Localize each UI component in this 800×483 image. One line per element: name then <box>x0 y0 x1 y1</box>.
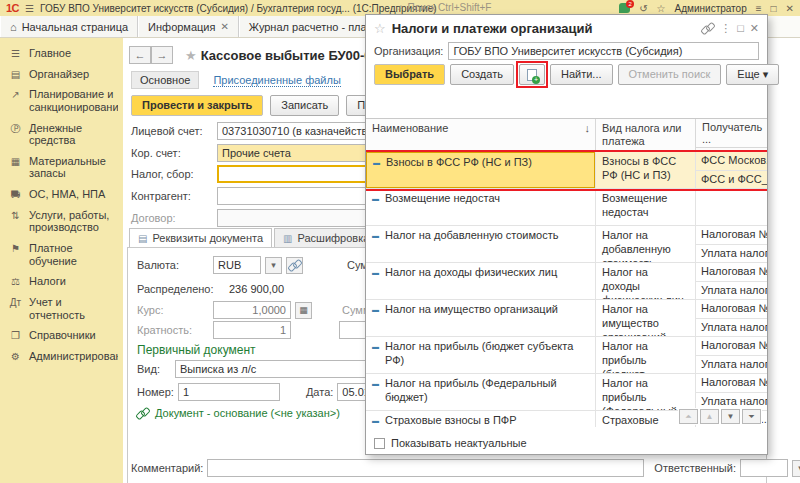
show-inactive-checkbox[interactable] <box>374 438 385 449</box>
table-header: Наименование↓ Вид налога или платежа Пол… <box>366 119 767 152</box>
hamburger-icon[interactable]: ☰ <box>25 3 34 14</box>
sidebar-item[interactable]: ⛟ОС, НМА, НПА <box>0 184 118 205</box>
table-row[interactable]: ▬Налог на прибыль (бюджет субъекта РФ)На… <box>366 337 767 374</box>
save-button[interactable]: Записать <box>270 95 339 116</box>
responsible-input[interactable] <box>740 459 788 477</box>
kind-label: Вид: <box>137 363 171 375</box>
sidebar-item[interactable]: ▤Органайзер <box>0 64 118 85</box>
create-button[interactable]: Создать <box>450 64 514 85</box>
sidebar-item-label: Администрирование <box>29 350 118 363</box>
chevron-down-icon[interactable]: ▾ <box>792 460 800 477</box>
scroll-top-button[interactable]: ⏶ <box>679 409 698 424</box>
tax-type: Налог на прибыль (Федеральный ... <box>595 374 695 410</box>
chevron-down-icon[interactable]: ▾ <box>265 257 282 274</box>
notifications-icon[interactable]: 2 <box>619 3 630 13</box>
scroll-down-button[interactable]: ▼ <box>721 409 740 424</box>
forward-button[interactable]: → <box>151 46 173 64</box>
close-dialog-icon[interactable]: ✕ <box>750 22 759 35</box>
global-search[interactable]: ⌕ Поиск Ctrl+Shift+F <box>398 1 491 13</box>
cancel-search-button[interactable]: Отменить поиск <box>618 64 722 85</box>
recipient-account: Уплата налог... <box>696 318 767 337</box>
sidebar-item[interactable]: ↗Планирование и санкционирование <box>0 84 118 117</box>
table-row[interactable]: ▬Налог на прибыль (Федеральный бюджет)На… <box>366 374 767 411</box>
tab-document-details[interactable]: ▤Реквизиты документа <box>129 228 272 248</box>
search-icon: ⌕ <box>398 1 404 13</box>
app-window: 1С ☰ ГОБУ ВПО Университет искусств (Субс… <box>0 0 800 483</box>
table-nav-buttons: ⏶ ▲ ▼ ⏷ <box>678 408 762 425</box>
multiplicity-input[interactable]: 1 <box>213 321 291 339</box>
organizer-icon: ▤ <box>9 68 22 81</box>
user-name[interactable]: Администратор <box>675 3 747 14</box>
rate-input[interactable]: 1,0000 <box>213 301 291 319</box>
organization-input[interactable]: ГОБУ ВПО Университет искусств (Субсидия) <box>448 42 759 60</box>
find-button[interactable]: Найти... <box>550 64 613 85</box>
get-link-icon[interactable] <box>702 23 714 33</box>
base-document-link[interactable]: Документ - основание (<не указан>) <box>155 407 340 419</box>
tax-type: Налог на прибыль (бюджет субъекта РФ) <box>595 337 695 373</box>
currency-input[interactable]: RUB <box>213 256 261 274</box>
column-recipient[interactable]: Получатель ... <box>696 119 767 147</box>
sidebar-item[interactable]: ⓅДенежные средства <box>0 118 118 151</box>
corr-account-label: Кор. счет: <box>131 147 213 159</box>
show-inactive-label: Показывать неактуальные <box>391 437 527 449</box>
scroll-up-button[interactable]: ▲ <box>700 409 719 424</box>
favorite-star-icon[interactable]: ☆ <box>374 21 386 36</box>
table-row[interactable]: ▬Налог на доходы физических лицНалог на … <box>366 263 767 300</box>
maximize-icon[interactable]: □ <box>737 22 744 34</box>
close-tab-icon[interactable]: ✕ <box>220 21 228 32</box>
sidebar-item[interactable]: ⚙Администрирование <box>0 346 118 367</box>
taxes-icon: ⚖ <box>9 275 22 288</box>
home-icon: ⌂ <box>10 21 17 33</box>
chain-icon <box>289 260 301 270</box>
sidebar-item[interactable]: ▦Материальные запасы <box>0 151 118 184</box>
tab-attached-files[interactable]: Присоединенные файлы <box>213 74 340 87</box>
more-button[interactable]: Еще ▾ <box>726 64 779 85</box>
catalogs-icon: ❐ <box>9 329 22 342</box>
primary-document-heading: Первичный документ <box>137 343 256 357</box>
maximize-icon[interactable]: □ <box>771 3 777 14</box>
scroll-bottom-button[interactable]: ⏷ <box>742 409 761 424</box>
post-and-close-button[interactable]: Провести и закрыть <box>131 95 263 116</box>
tax-label: Налог, сбор: <box>131 168 213 180</box>
table-row[interactable]: ▬Налог на добавленную стоимостьНалог на … <box>366 226 767 263</box>
more-menu-icon[interactable]: ⋮ <box>720 22 731 35</box>
number-label: Номер: <box>137 386 174 398</box>
sidebar-item[interactable]: ⚖Налоги <box>0 271 118 292</box>
number-input[interactable]: 1 <box>178 383 280 401</box>
dialog-title-bar: ☆ Налоги и платежи организаций ⋮ □ ✕ <box>366 15 767 41</box>
table-row[interactable]: ▬Возмещение недостачВозмещение недостач <box>366 189 767 226</box>
main-menu-icon[interactable]: ≡ <box>756 3 762 14</box>
tax-name: Возмещение недостач <box>385 192 500 206</box>
history-icon[interactable]: ↺ <box>639 3 647 14</box>
multiplicity-label: Кратность: <box>137 324 209 336</box>
tab-main[interactable]: Основное <box>131 71 199 89</box>
currency-link-button[interactable] <box>286 257 303 274</box>
favorite-star-icon[interactable]: ★ <box>185 48 197 63</box>
window-tab[interactable]: Информация✕ <box>138 16 239 37</box>
recipient-account: ФСС и ФСС_... <box>696 170 767 189</box>
back-button[interactable]: ← <box>129 46 151 64</box>
annotation-red-box <box>519 64 545 85</box>
window-tab[interactable]: ⌂Начальная страница <box>0 16 138 37</box>
comment-input[interactable] <box>207 459 644 477</box>
table-body: ▬Взносы в ФСС РФ (НС и ПЗ)Взносы в ФСС Р… <box>366 152 767 427</box>
recipient: Налоговая № 1 <box>696 263 767 281</box>
table-row[interactable]: ▬Взносы в ФСС РФ (НС и ПЗ)Взносы в ФСС Р… <box>366 152 767 189</box>
tab-label: Информация <box>148 21 215 33</box>
table-row[interactable]: ▬Налог на имущество организацийНалог на … <box>366 300 767 337</box>
create-by-copy-button[interactable] <box>519 64 545 85</box>
sidebar-item[interactable]: ⚑Платное обучение <box>0 238 118 271</box>
calculator-icon[interactable]: ▦ <box>295 302 312 319</box>
materials-icon: ▦ <box>9 155 22 180</box>
sidebar-item[interactable]: ☰Главное <box>0 43 118 64</box>
favorites-star-icon[interactable]: ☆ <box>657 3 666 14</box>
close-window-icon[interactable]: ✕ <box>786 3 794 14</box>
select-button[interactable]: Выбрать <box>374 64 445 85</box>
contract-label: Договор: <box>131 212 213 224</box>
sidebar-item[interactable]: ❐Справочники <box>0 325 118 346</box>
planning-icon: ↗ <box>9 88 22 113</box>
tax-name: Налог на прибыль (Федеральный бюджет) <box>385 377 589 405</box>
tax-name: Налог на прибыль (бюджет субъекта РФ) <box>385 340 589 368</box>
sidebar-item[interactable]: ДтУчет и отчетность <box>0 292 118 325</box>
sidebar-item[interactable]: ⇅Услуги, работы, производство <box>0 205 118 238</box>
